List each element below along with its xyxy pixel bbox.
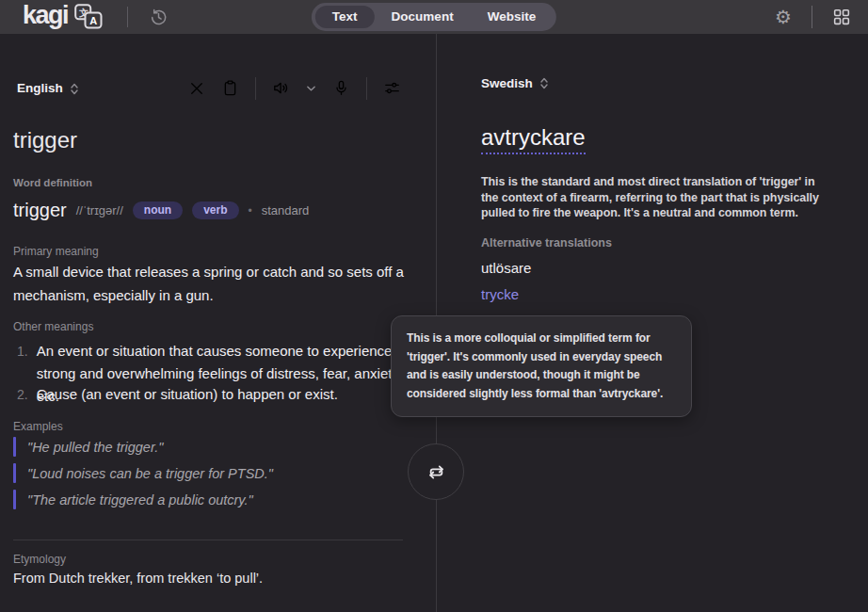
examples-label: Examples [13, 420, 63, 433]
dot-separator: • [249, 204, 252, 217]
speaker-options-chevron-icon[interactable] [302, 81, 320, 96]
clipboard-icon[interactable] [217, 75, 243, 101]
quote-bar [13, 437, 16, 457]
example-quote: "He pulled the trigger." [13, 437, 163, 457]
etymology-text: From Dutch trekker, from trekken ‘to pul… [13, 571, 263, 586]
chevron-updown-icon [538, 76, 550, 90]
etymology-divider [13, 540, 403, 540]
defined-word: trigger [13, 200, 67, 221]
swap-arrows-icon [424, 459, 449, 485]
pos-tag-verb: verb [192, 201, 238, 219]
meaning-number: 2. [17, 383, 28, 406]
topbar-divider [127, 7, 128, 27]
example-quote: "Loud noises can be a trigger for PTSD." [13, 463, 273, 483]
other-meanings-label: Other meanings [13, 320, 93, 333]
swap-languages-button[interactable] [408, 443, 464, 500]
source-text-input[interactable]: trigger [13, 126, 201, 154]
topbar: kagi 文 A Text Document Website ⚙ [0, 0, 868, 34]
sliders-icon[interactable] [379, 75, 405, 101]
settings-gear-icon[interactable]: ⚙ [771, 4, 796, 30]
alternative-translation[interactable]: utlösare [481, 260, 531, 276]
translation-note: This is the standard and most direct tra… [481, 174, 835, 221]
source-tools [185, 75, 405, 101]
history-icon[interactable] [145, 4, 172, 31]
quote-bar [13, 463, 16, 483]
source-language-label: English [17, 81, 63, 95]
tab-website[interactable]: Website [471, 6, 554, 28]
source-toolbar: English [17, 75, 405, 101]
svg-text:A: A [89, 15, 97, 26]
other-meaning-item: 2. Cause (an event or situation) to happ… [17, 383, 406, 406]
quote-bar [13, 490, 16, 509]
translate-icon: 文 A [74, 4, 103, 29]
primary-meaning-label: Primary meaning [13, 245, 99, 258]
word-header: trigger //ˈtrɪɡər// noun verb • standard [13, 200, 309, 221]
target-language-select[interactable]: Swedish [481, 75, 550, 90]
tab-text[interactable]: Text [315, 6, 375, 28]
phonetic-transcription: //ˈtrɪɡər// [76, 203, 123, 217]
example-quote: "The article triggered a public outcry." [13, 490, 253, 509]
main-area: English [0, 34, 868, 612]
microphone-icon[interactable] [329, 75, 354, 101]
meaning-text: Cause (an event or situation) to happen … [37, 383, 406, 406]
source-language-select[interactable]: English [17, 81, 80, 96]
tab-document[interactable]: Document [375, 6, 471, 28]
etymology-label: Etymology [13, 553, 66, 566]
alternative-translation-hovered[interactable]: trycke [481, 286, 519, 302]
target-language-label: Swedish [481, 76, 533, 90]
pos-tag-noun: noun [133, 201, 183, 219]
clear-icon[interactable] [185, 76, 209, 101]
topbar-actions-divider [812, 6, 812, 28]
mode-tabs: Text Document Website [312, 3, 556, 31]
word-definition-label: Word definition [13, 177, 92, 188]
register-label: standard [262, 203, 310, 217]
speaker-icon[interactable] [268, 75, 294, 101]
apps-grid-icon[interactable] [828, 4, 855, 30]
primary-meaning-text: A small device that releases a spring or… [13, 260, 412, 307]
translation-result[interactable]: avtryckare [481, 124, 586, 154]
kagi-logo[interactable]: kagi 文 A [0, 5, 103, 29]
topbar-actions: ⚙ [771, 4, 868, 30]
tools-divider [255, 77, 256, 100]
chevron-updown-icon [69, 82, 80, 96]
translation-tooltip: This is a more colloquial or simplified … [391, 315, 692, 417]
alternative-translations-label: Alternative translations [481, 236, 612, 250]
target-toolbar: Swedish [481, 75, 550, 90]
tools-divider [366, 77, 367, 100]
kagi-wordmark: kagi [23, 1, 68, 29]
